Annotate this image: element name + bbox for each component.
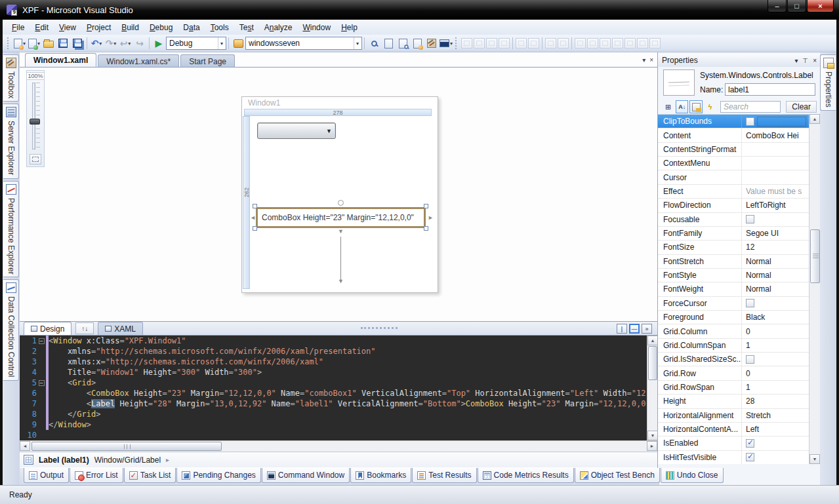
bottom-tab-bookmarks[interactable]: Bookmarks xyxy=(350,468,411,483)
right-margin-adorner-icon[interactable]: ► xyxy=(428,215,434,221)
dropdown-icon[interactable]: ▾ xyxy=(113,41,116,47)
dropdown-icon[interactable]: ▾ xyxy=(450,41,453,47)
code-line[interactable]: 3 xmlns:x="http://schemas.microsoft.com/… xyxy=(20,357,647,367)
property-value[interactable]: Black xyxy=(742,313,809,322)
sidebar-item-performance-explorer[interactable]: Performance Explorer xyxy=(3,181,19,278)
categorized-view-button[interactable]: ⊞ xyxy=(662,100,674,113)
navigate-forward-button[interactable]: ↪ xyxy=(133,36,147,50)
bottom-tab-command-window[interactable]: Command Window xyxy=(262,468,350,483)
property-row-content[interactable]: ContentComboBox Hei xyxy=(658,128,809,142)
startup-target-combo[interactable]: windowsseven▾ xyxy=(245,37,362,50)
menu-item-window[interactable]: Window xyxy=(297,21,336,34)
property-row-cursor[interactable]: Cursor xyxy=(658,170,809,184)
editor-vertical-scrollbar[interactable]: ▲ ▼ xyxy=(647,336,657,440)
minimize-button[interactable]: – xyxy=(767,0,787,12)
property-value[interactable] xyxy=(742,117,809,126)
property-value[interactable]: Normal xyxy=(742,257,809,266)
immediate-window-button[interactable]: ▾ xyxy=(439,36,453,50)
selection-handle-bottom-left[interactable] xyxy=(253,226,257,231)
tab-design[interactable]: Design xyxy=(24,322,72,335)
property-value[interactable] xyxy=(742,453,809,461)
property-checkbox[interactable] xyxy=(746,215,754,223)
menu-item-view[interactable]: View xyxy=(54,21,81,34)
fold-collapse-icon[interactable]: − xyxy=(39,380,45,386)
property-row-fontstyle[interactable]: FontStyleNormal xyxy=(658,269,809,282)
property-value[interactable]: 1 xyxy=(742,383,809,392)
zoom-slider[interactable] xyxy=(31,83,40,149)
bottom-tab-error-list[interactable]: Error List xyxy=(70,468,123,483)
menu-item-help[interactable]: Help xyxy=(336,21,363,34)
sidebar-item-toolbox[interactable]: Toolbox xyxy=(3,54,19,102)
scroll-left-icon[interactable]: ◄ xyxy=(20,441,30,451)
property-row-fontfamily[interactable]: FontFamilySegoe UI xyxy=(658,227,809,241)
dropdown-icon[interactable]: ▾ xyxy=(99,41,102,47)
code-line[interactable]: 5− <Grid> xyxy=(20,378,647,388)
property-value[interactable] xyxy=(742,299,809,307)
menu-item-build[interactable]: Build xyxy=(116,21,144,34)
start-debugging-button[interactable]: ▶ xyxy=(152,36,166,50)
navigate-back-button[interactable]: ↩▾ xyxy=(118,36,133,50)
horizontal-split-button[interactable]: — xyxy=(629,324,640,334)
scroll-down-icon[interactable]: ▼ xyxy=(809,454,820,464)
property-row-contextmenu[interactable]: ContextMenu xyxy=(658,157,809,170)
code-line[interactable]: 1−<Window x:Class="XPF.Window1" xyxy=(20,336,647,346)
property-value[interactable]: Value must be s xyxy=(742,187,809,196)
property-row-height[interactable]: Height28 xyxy=(658,395,809,408)
document-list-dropdown-icon[interactable]: ▾ xyxy=(642,56,645,64)
sidebar-item-server-explorer[interactable]: Server Explorer xyxy=(3,104,19,178)
property-checkbox[interactable] xyxy=(746,439,754,448)
splitter-grip[interactable] xyxy=(361,327,398,329)
property-row-focusable[interactable]: Focusable xyxy=(658,213,809,227)
property-row-effect[interactable]: EffectValue must be s xyxy=(658,185,809,199)
zoom-level[interactable]: 100% xyxy=(26,72,44,80)
sidebar-item-data-collection-control[interactable]: Data Collection Control xyxy=(3,279,19,380)
left-margin-adorner-icon[interactable]: ◄ xyxy=(250,215,256,221)
auto-hide-pin-icon[interactable]: ⊣ xyxy=(802,58,809,64)
solution-configuration-combo[interactable]: Debug▾ xyxy=(166,37,226,50)
scroll-right-icon[interactable]: ► xyxy=(647,441,657,451)
property-row-fontweight[interactable]: FontWeightNormal xyxy=(658,282,809,296)
open-file-button[interactable] xyxy=(41,36,56,50)
properties-panel-header[interactable]: Properties ▾ ⊣ × xyxy=(658,54,821,67)
property-value[interactable]: Normal xyxy=(742,284,809,294)
properties-search-input[interactable]: Search xyxy=(720,101,781,113)
dropdown-icon[interactable]: ▾ xyxy=(37,41,40,47)
menu-item-project[interactable]: Project xyxy=(81,21,116,34)
code-line[interactable]: 9</Window> xyxy=(20,419,647,430)
property-value[interactable]: Stretch xyxy=(742,411,809,420)
zoom-slider-thumb[interactable] xyxy=(30,119,40,125)
dropdown-icon[interactable]: ▾ xyxy=(354,37,359,49)
close-document-icon[interactable]: × xyxy=(649,56,653,64)
dropdown-icon[interactable]: ▾ xyxy=(218,37,223,49)
property-row-grid-issharedsizesc-[interactable]: Grid.IsSharedSizeSc... xyxy=(658,353,809,366)
bottom-tab-test-results[interactable]: Test Results xyxy=(412,468,476,483)
property-value[interactable]: 28 xyxy=(742,397,809,406)
selection-handle-bottom-right[interactable] xyxy=(424,226,428,231)
designer-canvas[interactable]: ▼ ComboBox Height="23" Margin="12,12,0,0… xyxy=(250,116,432,289)
document-tab-window1-xaml[interactable]: Window1.xaml xyxy=(25,53,96,67)
bottom-tab-code-metrics-results[interactable]: Code Metrics Results xyxy=(478,468,574,483)
code-line[interactable]: 10 xyxy=(20,430,647,440)
properties-view-button[interactable] xyxy=(689,100,702,113)
editor-horizontal-scrollbar[interactable]: ◄ ► xyxy=(20,440,657,452)
search-clear-button[interactable]: Clear xyxy=(786,101,817,113)
swap-panes-button[interactable]: ↑↓ xyxy=(75,322,94,334)
alphabetical-sort-button[interactable]: A↓ xyxy=(676,100,688,113)
designed-combobox-control[interactable]: ▼ xyxy=(257,123,336,139)
scroll-down-icon[interactable]: ▼ xyxy=(647,431,658,440)
property-row-forcecursor[interactable]: ForceCursor xyxy=(658,297,809,311)
solution-explorer-button[interactable] xyxy=(396,36,410,50)
bottom-tab-object-test-bench[interactable]: Object Test Bench xyxy=(575,468,660,483)
property-checkbox[interactable] xyxy=(746,453,754,461)
property-row-grid-column[interactable]: Grid.Column0 xyxy=(658,324,809,338)
document-tab-start-page[interactable]: Start Page xyxy=(180,54,235,67)
bottom-anchor-adorner-icon[interactable]: ▼ xyxy=(338,229,344,235)
scroll-up-icon[interactable]: ▲ xyxy=(809,114,820,124)
property-row-fontstretch[interactable]: FontStretchNormal xyxy=(658,255,809,269)
property-row-grid-columnspan[interactable]: Grid.ColumnSpan1 xyxy=(658,339,809,353)
xaml-code-editor[interactable]: 1−<Window x:Class="XPF.Window1"2 xmlns="… xyxy=(20,336,647,440)
close-button[interactable]: × xyxy=(807,0,834,12)
bottom-tab-pending-changes[interactable]: Pending Changes xyxy=(176,468,260,483)
breadcrumb-selection[interactable]: Label (label1) xyxy=(39,456,89,465)
menu-item-file[interactable]: File xyxy=(7,21,30,34)
